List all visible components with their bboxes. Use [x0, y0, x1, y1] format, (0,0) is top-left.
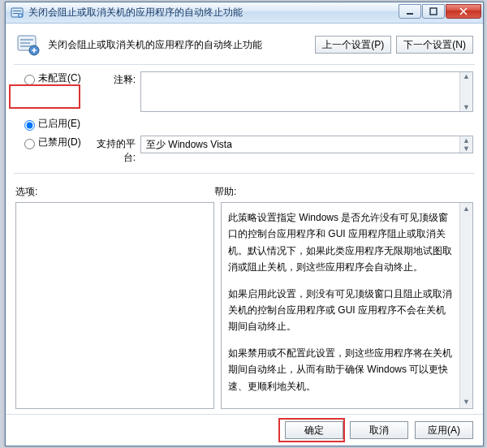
radio-enabled-label: 已启用(E)	[38, 117, 80, 131]
maximize-button[interactable]	[422, 4, 445, 19]
scrollbar[interactable]: ▲▼	[459, 72, 472, 111]
header-title: 关闭会阻止或取消关机的应用程序的自动终止功能	[48, 38, 310, 52]
radio-disabled[interactable]	[24, 139, 35, 149]
settings-form: 未配置(C) 注释: ▲▼ 已启用(E) 已禁用(D) 支持的平台:	[6, 65, 483, 173]
window-title: 关闭会阻止或取消关机的应用程序的自动终止功能	[28, 6, 398, 19]
platform-label: 支持的平台:	[90, 136, 140, 165]
radio-enabled[interactable]	[24, 120, 35, 131]
titlebar: 关闭会阻止或取消关机的应用程序的自动终止功能	[6, 2, 483, 24]
svg-rect-6	[407, 13, 413, 15]
svg-rect-11	[20, 39, 33, 41]
options-label: 选项:	[15, 185, 214, 199]
window-controls	[398, 4, 481, 19]
comment-label: 注释:	[90, 71, 140, 87]
svg-rect-1	[13, 11, 21, 11]
minimize-button[interactable]	[399, 4, 421, 19]
radio-not-configured[interactable]	[24, 75, 35, 85]
radio-disabled-label: 已禁用(D)	[38, 136, 81, 149]
svg-rect-12	[20, 42, 30, 44]
platform-field: 至少 Windows Vista ▲▼	[140, 136, 473, 153]
policy-icon	[15, 32, 41, 58]
apply-button[interactable]: 应用(A)	[415, 421, 473, 439]
header-row: 关闭会阻止或取消关机的应用程序的自动终止功能 上一个设置(P) 下一个设置(N)	[6, 24, 483, 64]
dialog-window: 关闭会阻止或取消关机的应用程序的自动终止功能 关闭会阻止或取消关机的应用程序的自…	[5, 2, 484, 446]
svg-rect-2	[13, 13, 19, 14]
ok-button[interactable]: 确定	[285, 421, 343, 439]
pane-labels: 选项: 帮助:	[6, 174, 483, 202]
options-pane[interactable]	[15, 202, 214, 409]
help-p3: 如果禁用或不配置此设置，则这些应用程序将在关机期间自动终止，从而有助于确保 Wi…	[228, 345, 455, 394]
panes: 此策略设置指定 Windows 是否允许没有可见顶级窗口的控制台应用程序和 GU…	[6, 202, 483, 414]
help-p2: 如果启用此设置，则没有可见顶级窗口且阻止或取消关机的控制台应用程序或 GUI 应…	[228, 286, 455, 335]
help-pane: 此策略设置指定 Windows 是否允许没有可见顶级窗口的控制台应用程序和 GU…	[221, 202, 473, 409]
app-icon	[11, 6, 24, 19]
scrollbar[interactable]: ▲▼	[459, 203, 472, 408]
next-setting-button[interactable]: 下一个设置(N)	[396, 36, 473, 54]
svg-rect-7	[430, 8, 437, 15]
platform-value: 至少 Windows Vista	[146, 138, 232, 152]
footer: 确定 取消 应用(A)	[6, 414, 483, 446]
help-label: 帮助:	[214, 185, 236, 199]
help-text: 此策略设置指定 Windows 是否允许没有可见顶级窗口的控制台应用程序和 GU…	[228, 209, 455, 394]
radio-not-configured-label: 未配置(C)	[38, 71, 81, 85]
comment-textarea[interactable]: ▲▼	[140, 71, 473, 112]
scrollbar[interactable]: ▲▼	[459, 136, 472, 153]
prev-setting-button[interactable]: 上一个设置(P)	[315, 36, 391, 54]
help-p1: 此策略设置指定 Windows 是否允许没有可见顶级窗口的控制台应用程序和 GU…	[228, 209, 455, 276]
svg-rect-5	[19, 15, 22, 15]
close-button[interactable]	[446, 4, 481, 19]
svg-rect-13	[20, 45, 32, 47]
cancel-button[interactable]: 取消	[350, 421, 408, 439]
